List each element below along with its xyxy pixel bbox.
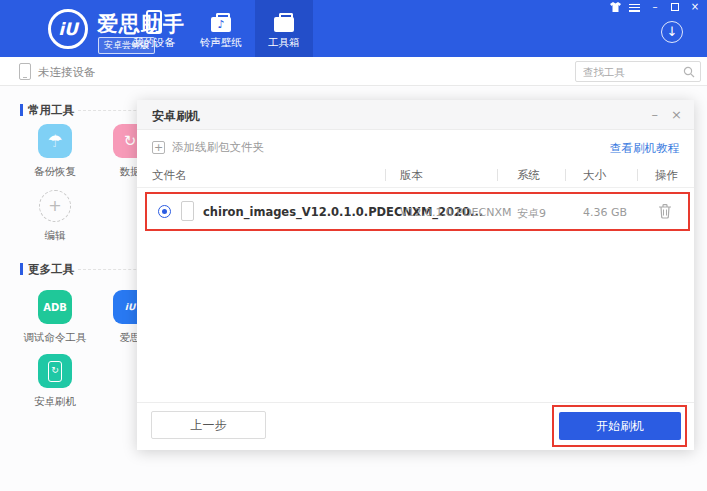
app-window: iU 爱思助手 安卓尝鲜版 我的设备 ♪ 铃声壁纸 工具箱 – × ↓	[0, 0, 707, 491]
device-phone-icon	[19, 63, 31, 80]
android-flash-icon: ↻	[38, 354, 72, 388]
tab-my-devices[interactable]: 我的设备	[125, 0, 183, 57]
download-center-icon[interactable]: ↓	[661, 21, 683, 43]
backup-restore-icon: ☂	[38, 124, 72, 158]
plus-icon: +	[152, 141, 165, 154]
col-filename: 文件名	[152, 168, 187, 183]
col-version: 版本	[400, 168, 423, 183]
section-more-tools: 更多工具	[20, 262, 74, 277]
app-logo-icon: iU	[48, 9, 88, 49]
maximize-icon[interactable]	[669, 2, 681, 12]
section-common-tools: 常用工具	[20, 103, 74, 118]
edit-plus-icon: +	[39, 190, 71, 222]
device-bar: 未连接设备	[0, 57, 707, 86]
firmware-row[interactable]: chiron_images_V12.0.1.0.PDECNXM_2020... …	[137, 192, 694, 231]
table-header: 文件名 版本 系统 大小 操作	[137, 162, 694, 188]
sidebar-item-android-flash[interactable]: ↻ 安卓刷机	[23, 354, 87, 409]
firmware-size: 4.36 GB	[583, 206, 627, 219]
firmware-system: 安卓9	[517, 206, 546, 221]
device-status-text: 未连接设备	[38, 65, 96, 80]
dialog-header: 安卓刷机 – ×	[137, 100, 694, 130]
previous-step-button[interactable]: 上一步	[151, 411, 266, 439]
tool-search	[575, 61, 701, 82]
android-flash-dialog: 安卓刷机 – × + 添加线刷包文件夹 查看刷机教程 文件名 版本 系统 大小 …	[137, 100, 694, 450]
menu-icon[interactable]	[629, 4, 641, 12]
dialog-title: 安卓刷机	[152, 108, 200, 125]
adb-icon: ADB	[38, 290, 72, 324]
sidebar-item-adb-tool[interactable]: ADB 调试命令工具	[23, 290, 87, 345]
tab-ringtones-wallpapers[interactable]: ♪ 铃声壁纸	[192, 0, 250, 57]
dialog-minimize-icon[interactable]: –	[652, 107, 659, 122]
tab-label: 我的设备	[125, 36, 183, 50]
tab-toolbox[interactable]: 工具箱	[255, 0, 313, 57]
skin-icon[interactable]	[609, 2, 621, 12]
minimize-icon[interactable]: –	[649, 2, 661, 12]
ringtone-icon: ♪	[211, 10, 231, 32]
sidebar-item-backup-restore[interactable]: ☂ 备份恢复	[23, 124, 87, 179]
search-icon[interactable]	[683, 66, 695, 78]
trash-icon[interactable]	[658, 203, 672, 223]
sidebar-item-edit[interactable]: + 编辑	[23, 190, 87, 243]
tab-label: 工具箱	[255, 36, 313, 50]
firmware-radio-selected[interactable]	[158, 205, 171, 218]
col-operation: 操作	[655, 168, 678, 183]
col-system: 系统	[517, 168, 540, 183]
phone-icon	[146, 10, 162, 34]
divider	[137, 402, 694, 403]
firmware-version: V12.0.1.0.PDECNXM	[400, 206, 512, 219]
app-header: iU 爱思助手 安卓尝鲜版 我的设备 ♪ 铃声壁纸 工具箱 – × ↓	[0, 0, 707, 57]
firmware-phone-icon	[181, 201, 194, 221]
start-flash-button[interactable]: 开始刷机	[559, 412, 681, 440]
toolbox-icon	[274, 10, 294, 32]
search-input[interactable]	[583, 62, 679, 81]
window-controls: – ×	[609, 2, 701, 12]
add-flash-package-button[interactable]: + 添加线刷包文件夹	[152, 138, 264, 156]
flash-tutorial-link[interactable]: 查看刷机教程	[610, 141, 679, 156]
tab-label: 铃声壁纸	[192, 36, 250, 50]
dialog-close-icon[interactable]: ×	[671, 107, 682, 122]
col-size: 大小	[583, 168, 606, 183]
close-icon[interactable]: ×	[689, 2, 701, 12]
